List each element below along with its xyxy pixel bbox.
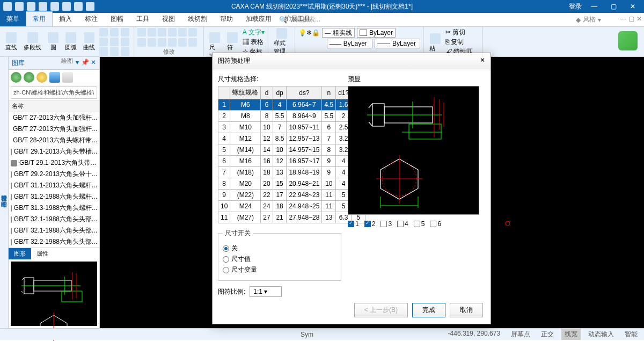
tab-view[interactable]: 视图: [156, 12, 181, 26]
minimize-button[interactable]: —: [587, 3, 601, 10]
library-item[interactable]: GB/T 32.2-1988六角头头部...: [9, 236, 99, 248]
draw-small-icon[interactable]: [121, 28, 129, 37]
modify-icon[interactable]: [158, 28, 166, 37]
maximize-button[interactable]: ▢: [606, 3, 620, 10]
tab-annotate[interactable]: 标注: [78, 12, 104, 26]
tab-tools[interactable]: 工具: [130, 12, 156, 26]
ql-icon[interactable]: [74, 2, 83, 11]
tab-graphic[interactable]: 图形: [9, 248, 31, 259]
spec-row[interactable]: 8M20201520.948~211044: [218, 178, 365, 190]
close-button[interactable]: ✕: [626, 3, 640, 10]
library-item[interactable]: GB/T 28-2013六角头螺杆带...: [9, 135, 99, 146]
tab-common[interactable]: 常用: [26, 11, 53, 26]
ql-icon[interactable]: [39, 2, 47, 11]
dialog-close-icon[interactable]: ✕: [480, 56, 485, 66]
search-icon[interactable]: [49, 72, 60, 83]
tab-load-app[interactable]: 加载应用: [239, 12, 278, 26]
scale-select[interactable]: 1:1 ▾: [250, 286, 282, 297]
copy-button[interactable]: ⎘ 复制: [445, 38, 479, 47]
spec-table[interactable]: 螺纹规格ddpds?nd1?L21M6646.964~74.51.61.52M8…: [218, 86, 365, 223]
nav-back-icon[interactable]: [11, 72, 21, 83]
draw-small-icon[interactable]: [110, 28, 119, 37]
spec-row[interactable]: 5(M14)141014.957~1583.23: [218, 144, 365, 156]
check-1[interactable]: 1: [348, 220, 359, 228]
library-item[interactable]: GB/T 32.1-1988六角头头部...: [9, 225, 99, 236]
tab-layout[interactable]: 图幅: [104, 12, 130, 26]
style-manager[interactable]: 样式管理: [272, 28, 291, 55]
spec-row[interactable]: 2M885.58.964~95.521.5: [218, 111, 365, 122]
function-search[interactable]: 🔍功能搜索...: [279, 15, 320, 24]
radio-var[interactable]: 尺寸变量: [223, 265, 336, 274]
modify-icon[interactable]: [188, 28, 197, 37]
library-item[interactable]: GB/T 29.1-2013六角头带槽...: [9, 146, 99, 157]
check-3[interactable]: 3: [380, 220, 392, 228]
tool-line[interactable]: 直线: [3, 32, 19, 52]
library-item[interactable]: GB/T 27-2013六角头加强杆...: [9, 112, 99, 124]
status-dyn[interactable]: 动态输入: [585, 329, 617, 340]
menu-file[interactable]: 菜单: [0, 12, 26, 26]
modify-icon[interactable]: [168, 28, 177, 37]
doc-close-icon[interactable]: ✕: [636, 15, 642, 23]
nav-fwd-icon[interactable]: [24, 72, 34, 83]
table-tool[interactable]: ▦ 表格: [243, 38, 265, 47]
ql-icon[interactable]: [86, 2, 94, 11]
tool-curve[interactable]: 曲线: [81, 32, 97, 52]
spec-row[interactable]: 6M16161216.957~17943: [218, 156, 365, 167]
finish-button[interactable]: 完成: [412, 303, 445, 317]
spec-row[interactable]: 1M6646.964~74.51.61.5: [218, 99, 365, 111]
ql-icon[interactable]: [3, 2, 12, 11]
library-item[interactable]: GB/T 27-2013六角头加强杆...: [9, 124, 99, 135]
library-item[interactable]: GB/T 29.1-2013六角头带...: [9, 157, 99, 169]
layer-icon[interactable]: 💡❄🔒: [298, 29, 320, 37]
doc-max-icon[interactable]: ▢: [628, 15, 634, 23]
login-link[interactable]: 登录: [569, 2, 582, 11]
nav-up-icon[interactable]: [36, 72, 47, 83]
text-tool[interactable]: A 文字▾: [243, 28, 265, 37]
modify-icon[interactable]: [188, 38, 197, 47]
modify-icon[interactable]: [148, 28, 156, 37]
status-screen[interactable]: 屏幕点: [508, 329, 533, 340]
draw-small-icon[interactable]: [121, 47, 129, 56]
modify-icon[interactable]: [178, 38, 187, 47]
modify-icon[interactable]: [168, 38, 177, 47]
library-item[interactable]: GB/T 31.2-1988六角头螺杆...: [9, 191, 99, 202]
draw-small-icon[interactable]: [110, 38, 119, 46]
tab-help[interactable]: 帮助: [214, 12, 239, 26]
spec-row[interactable]: 11(M27)272127.948~28136.35: [218, 212, 365, 223]
doc-min-icon[interactable]: —: [620, 15, 626, 23]
ql-icon[interactable]: [62, 2, 71, 11]
ql-icon[interactable]: [27, 2, 35, 11]
modify-icon[interactable]: [148, 38, 156, 47]
cancel-button[interactable]: 取消: [450, 303, 483, 317]
modify-icon[interactable]: [137, 38, 146, 47]
lt-select[interactable]: —— ByLayer: [375, 39, 420, 48]
draw-small-icon[interactable]: [99, 47, 108, 56]
tool-circle[interactable]: 圆: [46, 32, 61, 52]
check-5[interactable]: 5: [414, 220, 425, 228]
library-item[interactable]: GB/T 31.1-2013六角头螺杆...: [9, 180, 99, 191]
library-item[interactable]: GB/T 29.2-2013六角头带十...: [9, 169, 99, 180]
modify-icon[interactable]: [158, 38, 166, 47]
spec-row[interactable]: 9(M22)221722.948~231154: [218, 190, 365, 201]
radio-off[interactable]: 关: [223, 244, 336, 253]
check-2[interactable]: 2: [364, 220, 376, 228]
tab-insert[interactable]: 插入: [53, 12, 78, 26]
lw-select[interactable]: —— ByLayer: [327, 39, 372, 48]
spec-row[interactable]: 3M1010710.957~1162.52: [218, 122, 365, 133]
spec-row[interactable]: 7(M18)181318.948~19943: [218, 167, 365, 178]
vertical-tabs[interactable]: 设计管理树 缩略图: [0, 57, 9, 328]
workspace-style[interactable]: ◆ 风格 ▾: [576, 15, 601, 24]
modify-icon[interactable]: [137, 28, 146, 37]
library-item[interactable]: GB/T 31.3-1988六角头螺杆...: [9, 202, 99, 214]
tool-polyline[interactable]: 多段线: [21, 32, 43, 52]
prev-button[interactable]: < 上一步(B): [354, 303, 408, 317]
draw-small-icon[interactable]: [121, 38, 129, 46]
cut-button[interactable]: ✂ 剪切: [445, 28, 479, 37]
draw-small-icon[interactable]: [110, 47, 119, 56]
tab-edm[interactable]: 线切割: [181, 12, 214, 26]
spec-row[interactable]: 4M12128.512.957~1373.22: [218, 133, 365, 144]
draw-small-icon[interactable]: [99, 38, 108, 46]
draw-small-icon[interactable]: [99, 28, 108, 37]
check-4[interactable]: 4: [397, 220, 408, 228]
linetype-select[interactable]: — 粗实线: [322, 28, 355, 38]
